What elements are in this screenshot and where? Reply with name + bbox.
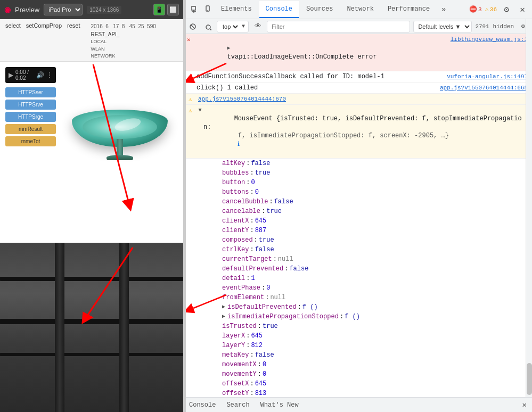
tablet-icon-btn[interactable]: ⬜ [167, 4, 179, 15]
tab-network[interactable]: Network [340, 1, 380, 18]
bottom-tab-console[interactable]: Console [189, 399, 216, 411]
more-tabs-btn[interactable]: » [437, 3, 450, 16]
console-line-error-text: ▶ tvapi::LoadImageEvent::OnComplete erro… [197, 35, 446, 70]
preview-main: ▶ 0:00 / 0:02 🔊 ⋮ HTTPSser HTTPSrve HTTP… [0, 62, 183, 179]
expand-arrow-error[interactable]: ▶ [227, 45, 231, 51]
devtools-bottombar: Console Search What's New ✕ [184, 397, 532, 412]
video-player[interactable]: ▶ 0:00 / 0:02 🔊 ⋮ [5, 67, 56, 83]
tab-elements[interactable]: Elements [215, 1, 258, 18]
preview-icons: 📱 ⬜ [153, 4, 179, 15]
expand-isImmediatePropagation[interactable]: ▶ [222, 312, 225, 321]
warning-line-icon: ⚠ [189, 95, 192, 104]
preview-bottom [0, 243, 183, 412]
bottom-tab-whatsnew[interactable]: What's New [260, 399, 299, 411]
clear-console-btn[interactable] [187, 21, 199, 32]
tab-console[interactable]: Console [259, 1, 299, 18]
close-icon: ✕ [520, 4, 525, 15]
preview-left-controls: ▶ 0:00 / 0:02 🔊 ⋮ HTTPSser HTTPSrve HTTP… [5, 67, 56, 174]
console-source-2[interactable]: vuforia-angular.js:1497 [447, 72, 528, 81]
console-text-2: click() 1 called [197, 84, 436, 92]
expand-arrow-obj[interactable]: ▶ [195, 109, 204, 112]
devtools-topbar: Elements Console Sources Network Perform… [184, 0, 532, 19]
prop-isDefaultPrevented[interactable]: ▶ isDefaultPrevented:f () [184, 302, 532, 312]
error-count: 3 [478, 6, 482, 13]
prop-eventPhase: eventPhase:0 [184, 283, 532, 293]
obj-header-text: MouseEvent {isTrusted: true, isDefaultPr… [203, 106, 528, 157]
mobile-icon-btn[interactable] [202, 4, 214, 15]
console-source-1[interactable]: libthingview_wasm.js:1 [451, 35, 528, 44]
error-line-icon: ✕ [187, 36, 191, 44]
object-3d-area [61, 67, 178, 174]
filter-icon-btn[interactable] [202, 21, 214, 32]
preview-title: Preview [15, 6, 39, 14]
shelf-bar-3 [0, 353, 183, 356]
setcompprop-label: setCompProp [26, 22, 62, 29]
clear-icon [189, 23, 197, 30]
eye-icon: 👁 [255, 22, 261, 30]
console-line-normal-2: click() 1 called app.js?v1550764014444:6… [184, 83, 532, 94]
controls-bar: select setCompProp reset 2016 6 17 8 45 … [0, 19, 183, 62]
prop-movementY: movementY:0 [184, 369, 532, 379]
more-options-icon[interactable]: ⋮ [46, 71, 53, 79]
preview-header: ◉ Preview iPad Pro 1024 x 1366 📱 ⬜ [0, 0, 183, 19]
context-dropdown-icon: ▼ [242, 23, 245, 29]
phone-icon-btn[interactable]: 📱 [153, 4, 165, 15]
svg-rect-6 [207, 10, 208, 11]
prop-cancelBubble: cancelBubble:false [184, 197, 532, 207]
prop-layerY: layerY:812 [184, 341, 532, 350]
left-panel: ◉ Preview iPad Pro 1024 x 1366 📱 ⬜ selec… [0, 0, 184, 412]
widget-btn-2[interactable]: HTTPSrge [5, 112, 56, 122]
prop-isTrusted: isTrusted:true [184, 322, 532, 331]
console-source-warn[interactable]: app.js?v1550764014444:670 [198, 95, 286, 103]
warn-count: 36 [490, 6, 497, 13]
console-toolbar: top ▼ 👁 Default levels ▼ 2791 hidden ⚙ [184, 19, 532, 34]
widget-btn-1[interactable]: HTTPSrve [5, 100, 56, 110]
scrollbar-thumb[interactable] [527, 363, 532, 395]
svg-line-8 [191, 25, 194, 28]
inspect-icon-btn[interactable] [189, 4, 201, 15]
prop-isImmediatePropagationStopped[interactable]: ▶ isImmediatePropagationStopped:f () [184, 312, 532, 322]
warn-triangle-icon: ⚠ [485, 5, 489, 13]
bottom-tab-search[interactable]: Search [226, 399, 249, 411]
tab-sources[interactable]: Sources [300, 1, 339, 18]
close-devtools-btn[interactable]: ✕ [516, 3, 529, 16]
device-selector[interactable]: iPad Pro [44, 4, 83, 15]
console-output[interactable]: ✕ ▶ tvapi::LoadImageEvent::OnComplete er… [184, 34, 532, 397]
widget-btn-4[interactable]: mmeTot [5, 136, 56, 146]
devtools-panel: Elements Console Sources Network Perform… [184, 0, 532, 412]
bowl-inner [83, 115, 157, 139]
bowl-base [107, 155, 133, 160]
svg-line-10 [210, 29, 212, 30]
play-icon[interactable]: ▶ [9, 71, 13, 79]
volume-icon[interactable]: 🔊 [36, 71, 44, 79]
close-bottom-icon[interactable]: ✕ [522, 401, 527, 409]
prop-composed: composed:true [184, 235, 532, 245]
prop-metaKey: metaKey:false [184, 350, 532, 360]
vertical-structure-2 [119, 243, 129, 412]
close-bottom-btn[interactable]: ✕ [522, 400, 527, 410]
filter-input[interactable] [267, 21, 410, 32]
widget-btn-0[interactable]: HTTPSser [5, 87, 56, 97]
default-levels-select[interactable]: Default levels ▼ [413, 21, 472, 32]
console-source-3[interactable]: app.js?v1550764014444:665 [440, 84, 528, 92]
prop-cancelable: cancelable:true [184, 207, 532, 216]
prop-buttons: buttons:0 [184, 187, 532, 197]
tab-performance[interactable]: Performance [381, 1, 436, 18]
error-circle-icon: ⛔ [469, 5, 477, 13]
info-icon[interactable]: ℹ [234, 141, 240, 147]
settings-btn[interactable]: ⚙ [500, 3, 513, 16]
widget-btn-3[interactable]: mmResult [5, 124, 56, 134]
eye-icon-btn[interactable]: 👁 [252, 21, 264, 32]
devtools-actions: ⛔ 3 ⚠ 36 ⚙ ✕ [469, 3, 529, 16]
scrollbar-track[interactable] [526, 19, 532, 397]
context-select-wrapper[interactable]: top ▼ [217, 21, 249, 32]
expand-isDefaultPrevented[interactable]: ▶ [222, 303, 225, 311]
settings-icon: ⚙ [504, 4, 509, 15]
prop-bubbles: bubbles:true [184, 168, 532, 178]
console-line-normal-1: addFunctionSuccessCallback called for ID… [184, 71, 532, 83]
hidden-count: 2791 hidden [475, 23, 514, 30]
more-tabs-icon: » [441, 5, 446, 14]
prop-clientX: clientX:645 [184, 216, 532, 226]
panel-divider [184, 0, 186, 412]
context-select[interactable]: top [220, 23, 240, 30]
